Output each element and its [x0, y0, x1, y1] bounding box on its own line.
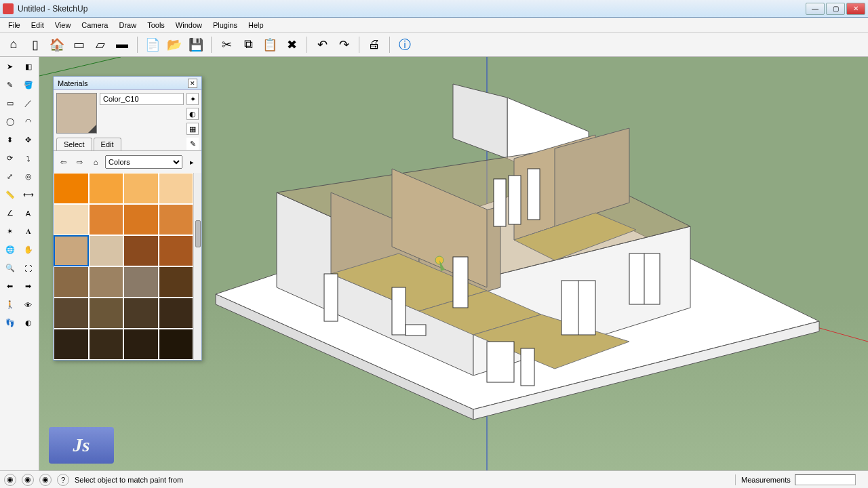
zoom-tool[interactable]: 🔍	[1, 260, 18, 277]
nav-back-button[interactable]: ⇦	[56, 155, 70, 169]
menu-draw[interactable]: Draw	[113, 20, 142, 30]
prev-tool[interactable]: ⬅	[1, 278, 18, 295]
color-swatch[interactable]	[123, 204, 159, 235]
move-tool[interactable]: ✥	[20, 131, 37, 148]
new-button[interactable]: ⌂	[4, 35, 23, 54]
paste-button[interactable]: 📋	[260, 35, 279, 54]
sheet-button[interactable]: ▱	[91, 35, 110, 54]
current-material-preview[interactable]	[56, 93, 97, 134]
next-tool[interactable]: ➡	[20, 278, 37, 295]
cut-button[interactable]: ✂	[217, 35, 236, 54]
color-swatch[interactable]	[159, 266, 194, 298]
nav-home-button[interactable]: ⌂	[89, 155, 102, 169]
scrollbar-thumb[interactable]	[195, 220, 201, 247]
line-tool[interactable]: ／	[20, 95, 37, 112]
delete-button[interactable]: ✖	[282, 35, 301, 54]
walk-tool[interactable]: 👣	[1, 314, 18, 331]
model-button[interactable]: 🏠	[47, 35, 66, 54]
material-name-field[interactable]: Color_C10	[100, 93, 184, 105]
status-signin-button[interactable]: ◉	[39, 474, 52, 486]
select-tool[interactable]: ➤	[1, 58, 18, 75]
color-swatch[interactable]	[54, 329, 89, 360]
copy-button[interactable]: ⧉	[239, 35, 258, 54]
color-swatch[interactable]	[123, 173, 159, 204]
arc-tool[interactable]: ◠	[20, 113, 37, 130]
open-button[interactable]: ▯	[26, 35, 45, 54]
rect-tool[interactable]: ▭	[1, 95, 18, 112]
axes-tool[interactable]: ✶	[1, 223, 18, 240]
save-button[interactable]: 💾	[186, 35, 205, 54]
minimize-button[interactable]: —	[806, 3, 825, 15]
library-select[interactable]: Colors	[105, 155, 182, 169]
protractor-tool[interactable]: ∠	[1, 205, 18, 222]
color-swatch[interactable]	[54, 235, 89, 266]
status-help-button[interactable]: ?	[57, 474, 69, 486]
in-model-button[interactable]: ▦	[186, 123, 199, 135]
print-button[interactable]: 🖨	[365, 35, 384, 54]
menu-window[interactable]: Window	[170, 20, 208, 30]
menu-tools[interactable]: Tools	[142, 20, 170, 30]
menu-edit[interactable]: Edit	[26, 20, 50, 30]
color-swatch[interactable]	[54, 173, 89, 204]
color-swatch[interactable]	[159, 235, 194, 266]
color-swatch[interactable]	[89, 173, 124, 204]
offset-tool[interactable]: ◎	[20, 168, 37, 185]
color-swatch[interactable]	[159, 204, 194, 235]
info-button[interactable]: ⓘ	[395, 35, 414, 54]
color-swatch[interactable]	[123, 266, 159, 298]
tab-select[interactable]: Select	[56, 138, 92, 150]
rotate-tool[interactable]: ⟳	[1, 150, 18, 167]
text-tool[interactable]: A	[20, 205, 37, 222]
color-swatch[interactable]	[123, 329, 159, 360]
color-swatch[interactable]	[89, 235, 124, 266]
menu-camera[interactable]: Camera	[76, 20, 113, 30]
materials-close-button[interactable]: ✕	[188, 79, 197, 88]
color-swatch[interactable]	[89, 204, 124, 235]
color-swatch[interactable]	[54, 298, 89, 329]
eraser-tool[interactable]: ◧	[20, 58, 37, 75]
color-swatch[interactable]	[123, 235, 159, 266]
status-geo-button[interactable]: ◉	[4, 474, 16, 486]
color-swatch[interactable]	[159, 173, 194, 204]
color-swatch[interactable]	[159, 329, 194, 360]
measurements-input[interactable]	[795, 474, 856, 485]
dim-tool[interactable]: ⟷	[20, 186, 37, 203]
nav-forward-button[interactable]: ⇨	[73, 155, 86, 169]
file-button[interactable]: ▭	[69, 35, 88, 54]
3dtext-tool[interactable]: 𝐀	[20, 223, 37, 240]
materials-panel[interactable]: Materials ✕ Color_C10 ✦ ◐ ▦ Select Edit …	[53, 76, 202, 361]
close-button[interactable]: ✕	[846, 3, 865, 15]
look-tool[interactable]: 👁	[20, 296, 37, 313]
tab-edit[interactable]: Edit	[94, 138, 121, 150]
default-material-button[interactable]: ◐	[186, 108, 199, 120]
color-swatch[interactable]	[159, 298, 194, 329]
create-material-button[interactable]: ✦	[186, 93, 199, 105]
status-credits-button[interactable]: ◉	[22, 474, 34, 486]
tape-tool[interactable]: 📏	[1, 186, 18, 203]
orbit-tool[interactable]: 🌐	[1, 241, 18, 258]
layer-button[interactable]: ▬	[113, 35, 132, 54]
details-button[interactable]: ▸	[185, 155, 199, 169]
new-file-button[interactable]: 📄	[143, 35, 162, 54]
zoomext-tool[interactable]: ⛶	[20, 260, 37, 277]
menu-help[interactable]: Help	[243, 20, 269, 30]
section-tool[interactable]: ◐	[20, 314, 37, 331]
menu-file[interactable]: File	[3, 20, 26, 30]
redo-button[interactable]: ↷	[334, 35, 353, 54]
paint-tool[interactable]: 🪣	[20, 77, 37, 94]
pushpull-tool[interactable]: ⬍	[1, 131, 18, 148]
person-tool[interactable]: 🚶	[1, 296, 18, 313]
color-swatch[interactable]	[123, 298, 159, 329]
pan-tool[interactable]: ✋	[20, 241, 37, 258]
eyedropper-button[interactable]: ✎	[186, 138, 199, 150]
menu-plugins[interactable]: Plugins	[208, 20, 243, 30]
open-file-button[interactable]: 📂	[165, 35, 184, 54]
color-swatch[interactable]	[89, 329, 124, 360]
undo-button[interactable]: ↶	[313, 35, 332, 54]
color-swatch[interactable]	[89, 298, 124, 329]
maximize-button[interactable]: ▢	[826, 3, 845, 15]
color-swatch[interactable]	[54, 266, 89, 298]
menu-view[interactable]: View	[50, 20, 77, 30]
pencil-tool[interactable]: ✎	[1, 77, 18, 94]
followme-tool[interactable]: ⤵	[20, 150, 37, 167]
